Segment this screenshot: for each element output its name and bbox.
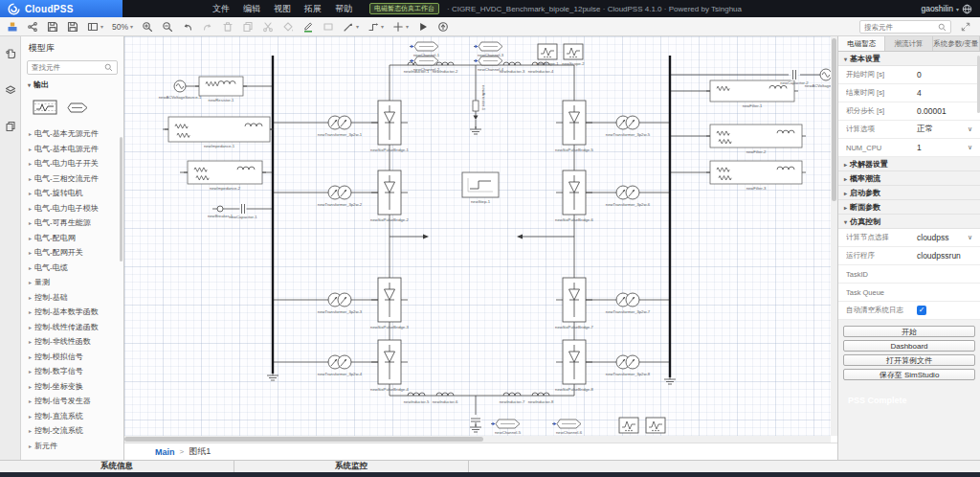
select-NUM_CPU[interactable]: 1 <box>913 143 968 152</box>
sidebar-item-新元件[interactable]: ▸新元件 <box>21 439 123 454</box>
six-pulse-bridge[interactable]: newSixPulseBridge-7 <box>555 278 593 329</box>
oscilloscope-component-icon[interactable] <box>33 98 58 118</box>
input-结束时间 [s][interactable]: 4 <box>913 88 974 98</box>
transformer[interactable]: newTransformer_3p2w-4 <box>318 355 363 376</box>
breadcrumb-sheet[interactable]: 图纸1 <box>189 445 211 458</box>
capacitor[interactable] <box>470 418 481 422</box>
undo-icon[interactable] <box>182 21 193 33</box>
zoom-out-icon[interactable] <box>162 21 173 33</box>
output-channel[interactable]: newChannel-2 <box>410 57 440 72</box>
add-component-select[interactable]: ▾ <box>392 21 409 33</box>
sidebar-item-电气-配网开关[interactable]: ▸电气-配网开关 <box>21 245 123 261</box>
scrollbar-thumb[interactable] <box>124 437 483 442</box>
section-header-求解器设置[interactable]: ▸求解器设置 <box>838 157 980 171</box>
sidebar-item-电气-三相交流元件[interactable]: ▸电气-三相交流元件 <box>21 171 123 187</box>
transformer[interactable]: newTransformer_3p2w-7 <box>606 293 651 314</box>
sidebar-item-控制-信号发生器[interactable]: ▸控制-信号发生器 <box>21 394 123 409</box>
button-保存至 SimStudio[interactable]: 保存至 SimStudio <box>843 369 975 380</box>
section-header-仿真控制[interactable]: ▾仿真控制 <box>838 215 980 229</box>
schematic-canvas[interactable]: newArrester-1newSixPulseBridge-1newSixPu… <box>124 36 837 436</box>
tab-电磁暂态[interactable]: 电磁暂态 <box>838 36 885 51</box>
output-group-header[interactable]: ▾输出 <box>21 80 123 90</box>
component-stamp-icon[interactable] <box>7 21 18 33</box>
menu-item-文件[interactable]: 文件 <box>212 3 230 15</box>
section-header-启动参数[interactable]: ▸启动参数 <box>838 186 980 200</box>
six-pulse-bridge[interactable]: newSixPulseBridge-8 <box>555 340 593 392</box>
six-pulse-bridge[interactable]: newSixPulseBridge-3 <box>370 278 409 329</box>
sidebar-item-控制-非线性函数[interactable]: ▸控制-非线性函数 <box>21 334 123 350</box>
sidebar-item-控制-交流系统[interactable]: ▸控制-交流系统 <box>21 423 123 439</box>
search-input[interactable] <box>864 23 936 32</box>
ground-symbol[interactable] <box>664 376 676 384</box>
ground-symbol[interactable] <box>267 373 278 380</box>
oscilloscope[interactable] <box>646 418 665 433</box>
sidebar-item-电气-电缆[interactable]: ▸电气-电缆 <box>21 261 123 276</box>
menu-item-拓展[interactable]: 拓展 <box>304 3 322 15</box>
inductor[interactable]: newInductor-7 <box>500 393 525 404</box>
breadcrumb-main[interactable]: Main <box>155 447 175 457</box>
cloudpss-logo[interactable]: CloudPSS <box>0 0 122 17</box>
sidebar-item-控制-坐标变换[interactable]: ▸控制-坐标变换 <box>21 379 123 395</box>
share-icon[interactable] <box>27 21 38 33</box>
zoom-in-icon[interactable] <box>142 21 153 33</box>
save-icon[interactable] <box>47 21 58 33</box>
rlc-network[interactable]: newFilter-3 <box>706 161 806 191</box>
transformer[interactable]: newTransformer_3p2w-2 <box>318 186 363 207</box>
expand-icon[interactable] <box>961 22 970 32</box>
sidebar-item-电气-旋转电机[interactable]: ▸电气-旋转电机 <box>21 186 123 201</box>
six-pulse-bridge[interactable]: newSixPulseBridge-5 <box>555 101 593 152</box>
inductor[interactable]: newInductor-5 <box>404 393 430 404</box>
sidebar-item-控制-直流系统[interactable]: ▸控制-直流系统 <box>21 409 123 424</box>
step-source[interactable]: newStep-1 <box>462 172 499 204</box>
transformer[interactable]: newTransformer_3p2w-8 <box>606 355 651 376</box>
ac-source[interactable]: newACVoltageSource-1 <box>159 80 202 100</box>
checkbox[interactable]: ✓ <box>917 306 926 315</box>
ground-symbol[interactable] <box>470 424 481 432</box>
rlc-network[interactable]: newImpedance-1 <box>165 117 274 148</box>
status-tab-系统监控[interactable]: 系统监控 <box>234 461 469 472</box>
sidebar-item-电气-配电网[interactable]: ▸电气-配电网 <box>21 231 123 246</box>
output-channel[interactable]: newChannel-6 <box>552 420 583 435</box>
input-开始时间 [s][interactable]: 0 <box>913 70 974 80</box>
toolbar-search[interactable] <box>859 20 951 34</box>
button-打开算例文件[interactable]: 打开算例文件 <box>843 354 975 366</box>
inductor[interactable]: newInductor-6 <box>433 393 458 404</box>
oscilloscope[interactable]: newScope-2 <box>562 44 585 66</box>
sidebar-item-量测[interactable]: ▸量测 <box>21 275 123 290</box>
search-icon[interactable] <box>938 23 947 32</box>
output-channel[interactable]: newChannel-3 <box>474 42 504 57</box>
sidebar-item-控制-模拟信号[interactable]: ▸控制-模拟信号 <box>21 350 123 365</box>
globe-icon[interactable] <box>962 4 972 14</box>
section-header-基本设置[interactable]: ▾基本设置 <box>838 52 980 66</box>
tab-系统参数/变量[interactable]: 系统参数/变量 <box>933 36 980 51</box>
menu-item-视图[interactable]: 视图 <box>274 3 291 15</box>
oscilloscope[interactable]: newScope-1 <box>536 44 559 66</box>
sidebar-item-控制-数字信号[interactable]: ▸控制-数字信号 <box>21 364 123 379</box>
save-as-icon[interactable] <box>67 21 78 33</box>
user-menu[interactable]: gaoshilin ▾ <box>921 4 972 14</box>
panel-scrollbar[interactable] <box>120 137 122 261</box>
input-运行程序[interactable]: cloudpssrun <box>913 251 974 261</box>
library-search-input[interactable] <box>32 63 104 72</box>
run-icon[interactable] <box>417 21 429 33</box>
sidebar-item-电气-基本无源元件[interactable]: ▸电气-基本无源元件 <box>21 126 123 142</box>
library-search[interactable] <box>27 60 118 75</box>
section-header-概率潮流[interactable]: ▸概率潮流 <box>838 171 980 186</box>
rlc-network[interactable]: newResistor-1 <box>195 77 247 102</box>
select-计算节点选择[interactable]: cloudpss <box>913 233 968 242</box>
sidebar-item-控制-线性传递函数[interactable]: ▸控制-线性传递函数 <box>21 320 123 335</box>
six-pulse-bridge[interactable]: newSixPulseBridge-2 <box>370 170 409 222</box>
surge-arrester[interactable]: newArrester-1 <box>473 85 486 120</box>
sidebar-item-电气-可再生能源[interactable]: ▸电气-可再生能源 <box>21 216 123 231</box>
scrollbar-thumb[interactable] <box>832 38 836 201</box>
menu-item-编辑[interactable]: 编辑 <box>243 3 260 15</box>
sidebar-item-控制-基础[interactable]: ▸控制-基础 <box>21 290 123 306</box>
button-开始[interactable]: 开始 <box>843 326 975 337</box>
transformer[interactable]: newTransformer_3p2w-5 <box>606 116 651 137</box>
connector-style-select[interactable]: ▾ <box>368 21 384 33</box>
status-tab-系统信息[interactable]: 系统信息 <box>0 461 234 472</box>
canvas-horizontal-scrollbar[interactable] <box>124 436 831 443</box>
line-color-icon[interactable] <box>302 20 314 33</box>
plugin-icon[interactable] <box>5 46 16 63</box>
button-Dashboard[interactable]: Dashboard <box>843 340 975 352</box>
